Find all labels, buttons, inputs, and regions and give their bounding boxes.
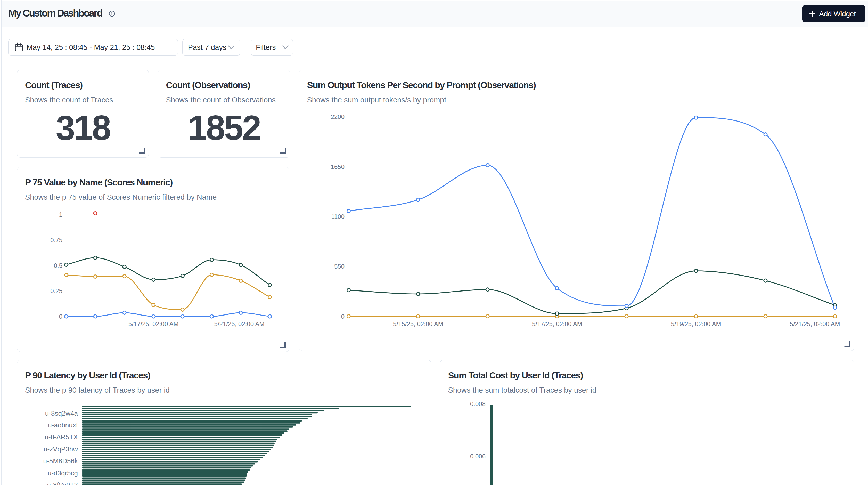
svg-text:0.008: 0.008 xyxy=(470,400,486,407)
svg-text:5/19/25, 02:00 AM: 5/19/25, 02:00 AM xyxy=(671,321,721,327)
svg-text:u-tFAR5TX: u-tFAR5TX xyxy=(44,433,78,441)
svg-text:u-aobnuxf: u-aobnuxf xyxy=(48,421,78,429)
svg-text:5/17/25, 02:00 AM: 5/17/25, 02:00 AM xyxy=(128,321,179,327)
svg-text:1650: 1650 xyxy=(331,163,344,170)
svg-text:0.006: 0.006 xyxy=(470,453,486,460)
svg-text:5/21/25, 02:00 AM: 5/21/25, 02:00 AM xyxy=(214,321,265,327)
svg-text:0.5: 0.5 xyxy=(54,262,62,269)
svg-text:0.75: 0.75 xyxy=(50,237,62,244)
svg-text:0: 0 xyxy=(341,313,344,320)
svg-text:u-d3qr5cg: u-d3qr5cg xyxy=(48,469,78,477)
svg-text:u-8fVa9T3: u-8fVa9T3 xyxy=(47,481,78,485)
svg-text:u-5M8D56k: u-5M8D56k xyxy=(43,457,78,465)
svg-text:5/15/25, 02:00 AM: 5/15/25, 02:00 AM xyxy=(393,321,443,327)
svg-text:u-8sq2w4a: u-8sq2w4a xyxy=(45,410,78,417)
svg-text:1100: 1100 xyxy=(331,213,344,220)
svg-text:550: 550 xyxy=(334,263,344,270)
svg-text:2200: 2200 xyxy=(331,113,344,120)
svg-text:5/17/25, 02:00 AM: 5/17/25, 02:00 AM xyxy=(532,321,582,327)
svg-text:u-zVqP3hw: u-zVqP3hw xyxy=(43,445,78,453)
svg-text:0: 0 xyxy=(59,313,62,320)
svg-text:5/21/25, 02:00 AM: 5/21/25, 02:00 AM xyxy=(790,321,840,327)
svg-text:1: 1 xyxy=(59,211,62,218)
svg-text:0.25: 0.25 xyxy=(50,287,62,294)
